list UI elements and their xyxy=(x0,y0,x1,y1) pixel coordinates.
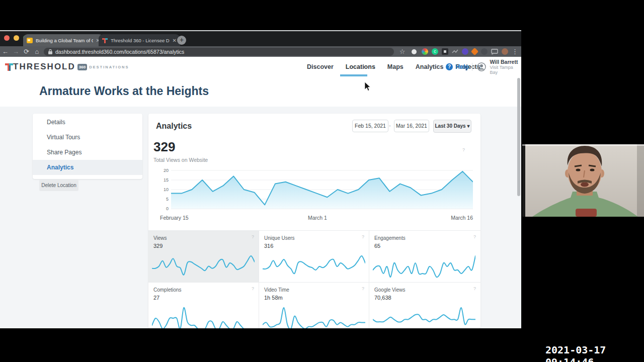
metric-value: 1h 58m xyxy=(264,295,283,301)
fox-extension-icon[interactable] xyxy=(471,48,479,56)
profile-status-icon[interactable] xyxy=(412,49,417,54)
threshold-logo-icon xyxy=(5,63,13,71)
account-icon xyxy=(477,62,486,71)
color-wheel-extension-icon[interactable] xyxy=(422,48,428,55)
back-icon[interactable]: ← xyxy=(0,48,11,55)
help-icon[interactable]: ? xyxy=(473,286,476,291)
lock-icon xyxy=(48,49,52,54)
brand-name: THRESHOLD xyxy=(13,62,75,72)
page-content: Details Virtual Tours Share Pages Analyt… xyxy=(0,107,521,328)
x-label-end: March 16 xyxy=(423,215,473,221)
threshold-favicon xyxy=(102,38,108,43)
help-icon[interactable]: ? xyxy=(252,286,254,291)
new-tab-button[interactable]: + xyxy=(177,36,186,45)
help-icon[interactable]: ? xyxy=(252,234,254,239)
date-separator: - xyxy=(389,122,391,128)
date-range-dropdown[interactable]: Last 30 Days ▾ xyxy=(433,120,471,133)
metric-label: Views xyxy=(153,235,167,241)
help-icon[interactable]: ? xyxy=(362,286,364,291)
webcam-overlay xyxy=(522,144,644,217)
reload-icon[interactable]: ⟳ xyxy=(21,48,32,55)
sidebar-item-analytics[interactable]: Analytics xyxy=(33,160,142,175)
address-bar[interactable]: dashboard.threshold360.com/locations/658… xyxy=(44,48,394,56)
browser-avatar[interactable] xyxy=(502,48,508,55)
browser-tab-threshold[interactable]: Threshold 360 - Licensee Da ✕ xyxy=(99,34,180,46)
metric-card-completions[interactable]: Completions 27 ? xyxy=(148,282,259,328)
metric-value: 329 xyxy=(153,243,163,249)
metric-card-google-views[interactable]: Google Views 70,638 ? xyxy=(369,282,480,328)
scrollbar[interactable] xyxy=(517,78,520,196)
panel-heading: Analytics xyxy=(156,122,192,131)
threshold-logo[interactable]: THRESHOLD 360 DESTINATIONS xyxy=(5,62,129,72)
tab-title: Building a Global Team of Co xyxy=(36,38,93,43)
metric-card-video-time[interactable]: Video Time 1h 58m ? xyxy=(259,282,369,328)
close-window-icon[interactable] xyxy=(4,35,10,41)
cast-icon[interactable] xyxy=(491,49,498,55)
delete-location-button[interactable]: Delete Location xyxy=(39,179,78,191)
user-name: Will Barrett xyxy=(490,59,521,65)
views-area-chart xyxy=(171,169,473,210)
bookmark-star-icon[interactable]: ☆ xyxy=(397,48,408,55)
metric-card-views[interactable]: Views 329 ? xyxy=(148,230,259,282)
brand-badge: 360 xyxy=(77,64,87,70)
page-title: Armature Works at the Heights xyxy=(39,84,209,98)
metric-value: 27 xyxy=(153,295,159,301)
metric-label: Video Time xyxy=(264,287,289,293)
nav-item-maps[interactable]: Maps xyxy=(387,63,404,70)
nav-item-analytics[interactable]: Analytics xyxy=(416,63,444,70)
help-icon: ? xyxy=(446,63,453,70)
browser-tab-slides[interactable]: Building a Global Team of Co ✕ xyxy=(23,34,104,46)
dark-extension-icon[interactable] xyxy=(481,48,488,55)
y-tick: 0 xyxy=(156,206,169,212)
forward-icon[interactable]: → xyxy=(11,48,21,55)
purple-extension-icon[interactable] xyxy=(462,48,468,55)
analytics-extension-icon[interactable] xyxy=(452,48,458,55)
help-button[interactable]: ? Help xyxy=(446,57,469,76)
metric-value: 316 xyxy=(264,243,273,249)
user-menu[interactable]: Will Barrett Visit Tampa Bay xyxy=(477,57,521,76)
nav-item-discover[interactable]: Discover xyxy=(307,63,334,70)
url-text: dashboard.threshold360.com/locations/658… xyxy=(55,49,184,55)
minimize-window-icon[interactable] xyxy=(14,35,19,41)
home-icon[interactable]: ⌂ xyxy=(32,48,42,55)
help-icon[interactable]: ? xyxy=(462,147,465,152)
browser-toolbar: ← → ⟳ ⌂ dashboard.threshold360.com/locat… xyxy=(0,46,521,57)
help-icon[interactable]: ? xyxy=(473,234,476,239)
metric-card-unique-users[interactable]: Unique Users 316 ? xyxy=(259,230,369,282)
unique-users-sparkline xyxy=(263,253,365,280)
mouth xyxy=(581,183,589,187)
metric-label: Engagements xyxy=(374,235,406,241)
google-views-sparkline xyxy=(373,305,475,328)
sidebar-item-virtual-tours[interactable]: Virtual Tours xyxy=(33,130,142,145)
user-org: Visit Tampa Bay xyxy=(490,65,521,75)
presenter-video xyxy=(522,144,644,217)
metric-card-engagements[interactable]: Engagements 65 ? xyxy=(369,230,480,282)
metric-label: Unique Users xyxy=(264,235,295,241)
green-c-extension-icon[interactable]: c xyxy=(432,48,438,55)
chevron-down-icon: ▾ xyxy=(467,123,469,129)
date-from-input[interactable]: Feb 15, 2021 xyxy=(352,120,388,132)
metric-value: 65 xyxy=(374,243,380,249)
screenshot-extension-icon[interactable] xyxy=(442,48,448,55)
extensions-area: c ⋮ xyxy=(422,48,518,55)
video-time-sparkline xyxy=(263,305,365,328)
nav-item-locations[interactable]: Locations xyxy=(346,63,375,70)
close-tab-icon[interactable]: ✕ xyxy=(173,38,177,43)
help-icon[interactable]: ? xyxy=(362,234,364,239)
completions-sparkline xyxy=(152,305,255,328)
video-frame: Building a Global Team of Co ✕ Threshold… xyxy=(0,0,644,362)
brand-suffix: DESTINATIONS xyxy=(89,65,129,69)
total-views-label: Total Views on Website xyxy=(153,157,208,163)
site-header: THRESHOLD 360 DESTINATIONS Discover Loca… xyxy=(0,57,521,77)
range-label: Last 30 Days xyxy=(435,123,466,129)
y-tick: 20 xyxy=(156,167,169,173)
menu-kebab-icon[interactable]: ⋮ xyxy=(512,48,518,55)
help-label: Help xyxy=(455,63,469,70)
analytics-panel: Analytics Feb 15, 2021 - Mar 16, 2021 La… xyxy=(148,114,480,328)
page-title-bar: Armature Works at the Heights xyxy=(0,76,521,107)
header-divider xyxy=(472,63,472,71)
sidebar-item-details[interactable]: Details xyxy=(33,115,142,130)
sidebar-item-share-pages[interactable]: Share Pages xyxy=(33,145,142,160)
date-to-input[interactable]: Mar 16, 2021 xyxy=(394,120,429,132)
metric-value: 70,638 xyxy=(374,295,391,301)
